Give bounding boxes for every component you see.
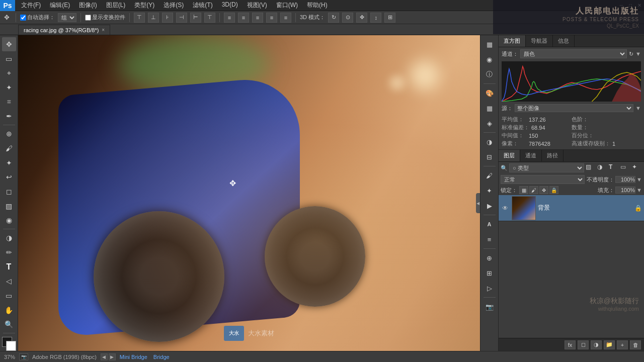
layer-visibility-toggle[interactable]: 👁 <box>501 204 510 213</box>
auto-select-dropdown[interactable]: 组 <box>58 13 76 22</box>
align-hcenter-button[interactable]: ⊢ <box>190 13 201 23</box>
menu-type[interactable]: 类型(Y) <box>130 0 158 11</box>
auto-select-checkbox[interactable] <box>20 15 26 21</box>
eraser-tool[interactable]: ◻ <box>2 185 16 199</box>
channels-tab[interactable]: 通道 <box>520 150 542 161</box>
properties-icon[interactable]: ⊞ <box>482 266 497 280</box>
menu-filter[interactable]: 滤镜(T) <box>189 0 216 11</box>
color-swatch[interactable] <box>2 337 16 351</box>
layer-filter-smart[interactable]: ✦ <box>632 163 642 172</box>
layer-adjustment-button[interactable]: ◑ <box>591 340 602 349</box>
color-icon[interactable]: 🎨 <box>482 86 497 100</box>
source-expand-button[interactable]: ▼ <box>635 105 641 111</box>
3d-rotate-button[interactable]: ↻ <box>328 13 339 23</box>
lock-transparent-button[interactable]: ▦ <box>519 186 528 194</box>
styles-icon[interactable]: ◈ <box>482 116 497 130</box>
pen-tool[interactable]: ✏ <box>2 245 16 259</box>
spot-heal-tool[interactable]: ⊕ <box>2 127 16 141</box>
layer-filter-type[interactable]: T <box>609 163 619 172</box>
crop-tool[interactable]: ⌗ <box>2 95 16 109</box>
layers-tab[interactable]: 图层 <box>499 150 520 161</box>
menu-window[interactable]: 窗口(W) <box>272 0 302 11</box>
tab-close-button[interactable]: × <box>102 27 105 33</box>
layer-filter-pixel[interactable]: ▨ <box>586 163 596 172</box>
histogram-options-button[interactable]: ▼ <box>635 51 641 57</box>
panel-collapse-handle[interactable]: ◀ <box>476 193 480 213</box>
layer-type-filter[interactable]: ○ 类型 <box>509 163 584 172</box>
distribute-button-3[interactable]: ≡ <box>252 13 263 23</box>
layer-group-button[interactable]: 📁 <box>604 340 615 349</box>
path-comp-icon[interactable]: ⊕ <box>482 251 497 265</box>
adjustments-icon[interactable]: ◑ <box>482 135 497 149</box>
3d-slide-button[interactable]: ↕ <box>370 13 381 23</box>
marquee-tool[interactable]: ▭ <box>2 52 16 66</box>
layer-filter-shape[interactable]: ▭ <box>620 163 630 172</box>
align-bottom-button[interactable]: ⊦ <box>162 13 173 23</box>
navigator-tab[interactable]: 导航器 <box>526 35 553 47</box>
mini-bridge-button[interactable]: Mini Bridge <box>120 354 147 360</box>
document-tab[interactable]: racing car.jpg @ 37%(RGB/8*) × <box>18 25 110 35</box>
layer-item[interactable]: 👁 背景 🔒 <box>499 195 644 221</box>
fill-input[interactable] <box>615 187 635 194</box>
opacity-stepper[interactable]: ▼ <box>636 176 642 183</box>
brush-preset-icon[interactable]: 🖌 <box>482 168 497 183</box>
zoom-options-button[interactable]: 📷 <box>19 353 28 360</box>
stamp-tool[interactable]: ✦ <box>2 156 16 170</box>
align-right-button[interactable]: ⊤ <box>204 13 215 23</box>
quick-select-tool[interactable]: ✦ <box>2 80 16 95</box>
navigator-icon[interactable]: ◉ <box>482 52 497 66</box>
menu-view[interactable]: 视图(V) <box>243 0 271 11</box>
timeline-icon[interactable]: ▷ <box>482 281 497 295</box>
next-button[interactable]: ▶ <box>109 353 116 360</box>
clone-icon[interactable]: ✦ <box>482 184 497 198</box>
dodge-tool[interactable]: ◑ <box>2 231 16 245</box>
blur-tool[interactable]: ◉ <box>2 214 16 228</box>
layer-mask-button[interactable]: ◻ <box>578 340 589 349</box>
menu-3d[interactable]: 3D(D) <box>218 0 242 11</box>
menu-select[interactable]: 选择(S) <box>159 0 188 11</box>
menu-edit[interactable]: 编辑(E) <box>46 0 74 11</box>
layer-filter-adjust[interactable]: ◑ <box>597 163 607 172</box>
opacity-input[interactable] <box>615 176 635 183</box>
prev-button[interactable]: ◀ <box>101 353 108 360</box>
distribute-button-1[interactable]: ≡ <box>224 13 235 23</box>
channel-dropdown[interactable]: 颜色 <box>520 49 627 58</box>
history-brush-tool[interactable]: ↩ <box>2 170 16 184</box>
swatches-icon[interactable]: ▦ <box>482 101 497 115</box>
lock-all-button[interactable]: 🔒 <box>549 186 558 194</box>
align-top-button[interactable]: ⊤ <box>134 13 145 23</box>
menu-help[interactable]: 帮助(H) <box>303 0 332 11</box>
refresh-button[interactable]: ↻ <box>629 51 633 57</box>
delete-layer-button[interactable]: 🗑 <box>630 340 641 349</box>
menu-image[interactable]: 图像(I) <box>75 0 101 11</box>
distribute-button-2[interactable]: ≡ <box>238 13 249 23</box>
layer-fx-button[interactable]: fx <box>565 340 576 349</box>
histogram-panel-icon[interactable]: ▦ <box>482 37 497 51</box>
info-icon[interactable]: ⓘ <box>482 67 497 81</box>
brush-tool[interactable]: 🖌 <box>2 141 16 155</box>
info-tab[interactable]: 信息 <box>553 35 575 47</box>
menu-file[interactable]: 文件(F) <box>17 0 45 11</box>
distribute-button-5[interactable]: ≡ <box>280 13 291 23</box>
lock-position-button[interactable]: ✥ <box>539 186 548 194</box>
move-tool[interactable]: ✥ <box>2 37 16 51</box>
gradient-tool[interactable]: ▨ <box>2 199 16 213</box>
3d-roll-button[interactable]: ⊙ <box>342 13 353 23</box>
lock-pixels-button[interactable]: 🖌 <box>529 186 538 194</box>
lasso-tool[interactable]: ⌖ <box>2 66 16 80</box>
para-icon[interactable]: ≡ <box>482 232 497 246</box>
distribute-button-4[interactable]: ≡ <box>266 13 277 23</box>
hand-tool[interactable]: ✋ <box>2 303 16 317</box>
char-icon[interactable]: A <box>482 217 497 231</box>
actions-icon[interactable]: ▶ <box>482 199 497 213</box>
show-transform-checkbox[interactable] <box>85 15 91 21</box>
type-tool[interactable]: T <box>2 260 16 274</box>
camera-icon[interactable]: 📷 <box>482 300 497 314</box>
source-dropdown[interactable]: 整个图像 <box>515 104 633 112</box>
paths-tab[interactable]: 路径 <box>542 150 564 161</box>
eyedropper-tool[interactable]: ✒ <box>2 110 16 124</box>
path-select-tool[interactable]: ◁ <box>2 274 16 288</box>
3d-scale-button[interactable]: ⊞ <box>384 13 395 23</box>
masks-icon[interactable]: ⊟ <box>482 150 497 164</box>
shape-tool[interactable]: ▭ <box>2 289 16 303</box>
